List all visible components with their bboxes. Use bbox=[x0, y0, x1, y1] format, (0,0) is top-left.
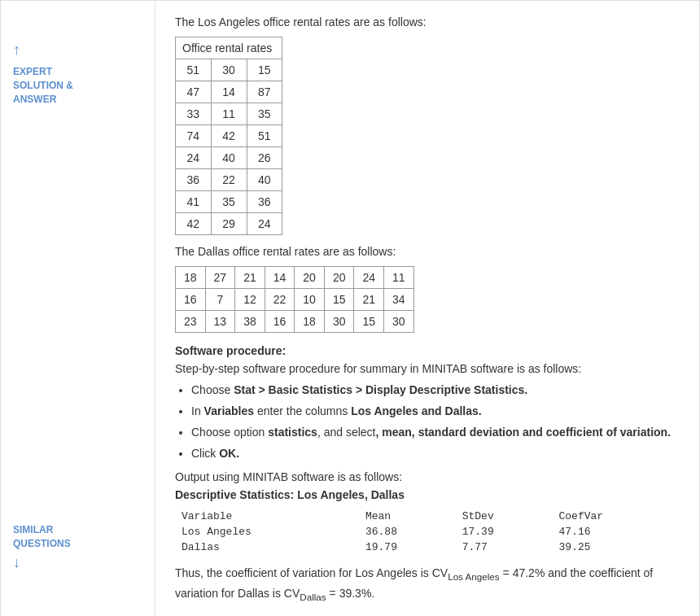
bullet-list: Choose Stat > Basic Statistics > Display… bbox=[191, 382, 680, 462]
table-row: 244026 bbox=[176, 147, 282, 169]
stats-col-mean: Mean bbox=[361, 509, 456, 523]
table-cell: 42 bbox=[176, 213, 212, 235]
stats-table: Variable Mean StDev CoefVar Los Angeles … bbox=[175, 508, 680, 556]
table-cell: 36 bbox=[247, 191, 282, 213]
bullet-4-bold: OK. bbox=[219, 447, 239, 460]
up-arrow-icon: ↑ bbox=[13, 42, 20, 59]
table-cell: 16 bbox=[265, 311, 295, 333]
table-cell: 27 bbox=[205, 267, 235, 289]
table-cell: 40 bbox=[211, 147, 247, 169]
output-label: Output using MINITAB software is as foll… bbox=[175, 470, 680, 483]
bullet-1-bold: Stat > Basic Statistics > Display Descri… bbox=[234, 383, 527, 396]
table-cell: 22 bbox=[211, 169, 247, 191]
table-cell: 22 bbox=[265, 289, 295, 311]
bullet-2-bold2: Los Angeles and Dallas. bbox=[351, 404, 482, 417]
stats-dallas-mean: 19.79 bbox=[361, 540, 456, 554]
table-cell: 51 bbox=[176, 59, 212, 81]
la-intro-text: The Los Angeles office rental rates are … bbox=[175, 15, 680, 28]
table-cell: 16 bbox=[176, 289, 206, 311]
table-cell: 33 bbox=[176, 103, 212, 125]
table-cell: 24 bbox=[247, 213, 282, 235]
cv-dallas-subscript: Dallas bbox=[300, 592, 326, 602]
stats-header-row: Variable Mean StDev CoefVar bbox=[177, 509, 678, 523]
similar-questions-label: SIMILARQUESTIONS bbox=[13, 523, 71, 551]
table-cell: 11 bbox=[384, 267, 414, 289]
table-cell: 15 bbox=[354, 311, 384, 333]
bullet-3-bold2: , mean, standard deviation and coefficie… bbox=[376, 426, 672, 439]
expert-solution-section[interactable]: ↑ EXPERTSOLUTION &ANSWER bbox=[13, 42, 73, 106]
stats-dallas-row: Dallas 19.79 7.77 39.25 bbox=[177, 540, 678, 554]
stats-col-stdev: StDev bbox=[457, 509, 553, 523]
table-cell: 51 bbox=[247, 125, 282, 147]
stats-la-var: Los Angeles bbox=[177, 525, 359, 539]
dallas-rental-table: 1827211420202411167122210152134231338161… bbox=[175, 266, 414, 333]
table-cell: 7 bbox=[205, 289, 235, 311]
table-cell: 35 bbox=[247, 103, 282, 125]
table-cell: 11 bbox=[211, 103, 247, 125]
bullet-4: Click OK. bbox=[191, 445, 680, 462]
la-rental-table: Office rental rates 51301547148733113574… bbox=[175, 37, 282, 235]
table-row: 362240 bbox=[176, 169, 282, 191]
table-cell: 40 bbox=[247, 169, 282, 191]
stats-dallas-stdev: 7.77 bbox=[457, 540, 553, 554]
table-cell: 14 bbox=[265, 267, 295, 289]
bullet-1: Choose Stat > Basic Statistics > Display… bbox=[191, 382, 680, 399]
table-cell: 34 bbox=[384, 289, 414, 311]
table-cell: 47 bbox=[176, 81, 212, 103]
similar-questions-section[interactable]: SIMILARQUESTIONS ↓ bbox=[13, 523, 71, 571]
down-arrow-icon: ↓ bbox=[13, 554, 20, 571]
software-procedure-title: Software procedure: bbox=[175, 344, 680, 357]
table-cell: 24 bbox=[354, 267, 384, 289]
stats-la-stdev: 17.39 bbox=[457, 525, 553, 539]
stats-col-var: Variable bbox=[177, 509, 359, 523]
software-step-text: Step-by-step software procedure for summ… bbox=[175, 362, 680, 375]
bullet-2: In Variables enter the columns Los Angel… bbox=[191, 403, 680, 420]
table-cell: 21 bbox=[235, 267, 265, 289]
stats-la-coefvar: 47.16 bbox=[554, 525, 679, 539]
stats-la-row: Los Angeles 36.88 17.39 47.16 bbox=[177, 525, 678, 539]
table-row: 471487 bbox=[176, 81, 282, 103]
table-row: 331135 bbox=[176, 103, 282, 125]
table-cell: 30 bbox=[324, 311, 354, 333]
desc-stats-title: Descriptive Statistics: Los Angeles, Dal… bbox=[175, 488, 680, 501]
table-cell: 15 bbox=[324, 289, 354, 311]
table-row: 513015 bbox=[176, 59, 282, 81]
stats-dallas-coefvar: 39.25 bbox=[554, 540, 679, 554]
table-cell: 30 bbox=[384, 311, 414, 333]
conclusion-text: Thus, the coefficient of variation for L… bbox=[175, 564, 680, 605]
stats-dallas-var: Dallas bbox=[177, 540, 359, 554]
table-cell: 14 bbox=[211, 81, 247, 103]
cv-la-subscript: Los Angeles bbox=[448, 571, 500, 582]
table-cell: 41 bbox=[176, 191, 212, 213]
table-cell: 24 bbox=[176, 147, 212, 169]
table-cell: 21 bbox=[354, 289, 384, 311]
bullet-3: Choose option statistics, and select, me… bbox=[191, 424, 680, 441]
table-cell: 29 bbox=[211, 213, 247, 235]
table-row: 413536 bbox=[176, 191, 282, 213]
table-cell: 26 bbox=[247, 147, 282, 169]
table-cell: 42 bbox=[211, 125, 247, 147]
la-table-header: Office rental rates bbox=[176, 37, 282, 59]
table-cell: 18 bbox=[295, 311, 325, 333]
table-cell: 13 bbox=[205, 311, 235, 333]
stats-la-mean: 36.88 bbox=[361, 525, 456, 539]
table-cell: 36 bbox=[176, 169, 212, 191]
bullet-3-bold: statistics bbox=[268, 426, 317, 439]
table-cell: 38 bbox=[235, 311, 265, 333]
table-cell: 74 bbox=[176, 125, 212, 147]
table-row: 2313381618301530 bbox=[176, 311, 414, 333]
table-cell: 18 bbox=[176, 267, 206, 289]
table-cell: 10 bbox=[295, 289, 325, 311]
table-row: 167122210152134 bbox=[176, 289, 414, 311]
table-cell: 87 bbox=[247, 81, 282, 103]
table-row: 422924 bbox=[176, 213, 282, 235]
table-cell: 23 bbox=[176, 311, 206, 333]
table-cell: 20 bbox=[295, 267, 325, 289]
main-content: The Los Angeles office rental rates are … bbox=[155, 1, 699, 616]
table-cell: 35 bbox=[211, 191, 247, 213]
table-row: 1827211420202411 bbox=[176, 267, 414, 289]
expert-solution-label: EXPERTSOLUTION &ANSWER bbox=[13, 65, 73, 106]
table-row: 744251 bbox=[176, 125, 282, 147]
table-cell: 15 bbox=[247, 59, 282, 81]
table-cell: 30 bbox=[211, 59, 247, 81]
